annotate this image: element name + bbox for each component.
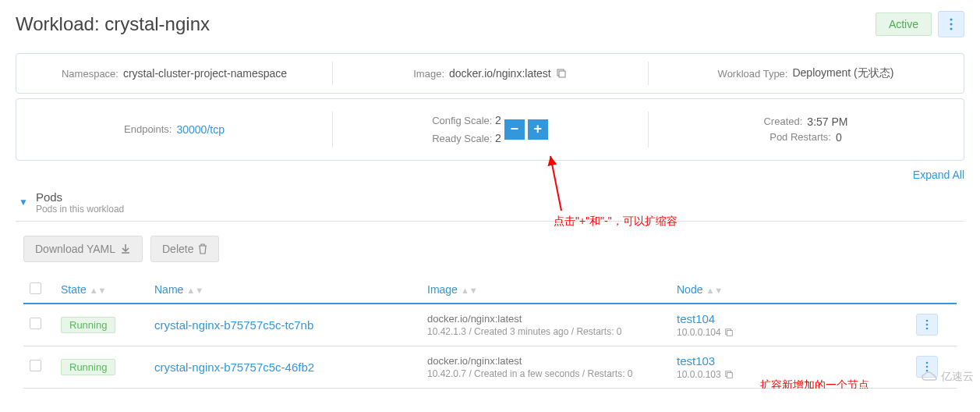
ready-scale-value: 2 [495,132,501,144]
svg-point-14 [926,370,929,372]
row-checkbox[interactable] [30,360,41,371]
workload-actions-menu[interactable] [938,11,964,37]
namespace-value: crystal-cluster-project-namespace [123,67,287,80]
copy-icon[interactable] [556,68,567,79]
delete-button[interactable]: Delete [150,236,219,262]
svg-point-2 [950,27,952,30]
endpoints-label: Endpoints: [124,123,172,135]
sort-icon: ▲▼ [186,288,203,293]
status-badge: Active [876,12,932,36]
restarts-label: Pod Restarts: [769,131,831,143]
svg-rect-4 [559,71,565,77]
workload-type-value: Deployment (无状态) [792,66,893,80]
state-badge: Running [61,359,115,375]
copy-icon[interactable] [724,328,734,337]
select-all-checkbox[interactable] [30,282,41,294]
svg-point-8 [926,324,929,326]
svg-rect-6 [727,330,732,336]
pods-title: Pods [36,190,124,204]
col-state[interactable]: State▲▼ [55,276,148,304]
config-scale-value: 2 [495,114,501,126]
col-image[interactable]: Image▲▼ [421,276,670,304]
namespace-label: Namespace: [62,68,119,80]
state-badge: Running [61,317,115,333]
image-value: docker.io/nginx:latest [449,67,551,80]
sort-icon: ▲▼ [461,288,478,293]
node-link[interactable]: test103 [677,354,904,368]
created-label: Created: [763,115,802,127]
svg-point-9 [926,328,929,330]
copy-icon[interactable] [724,370,734,379]
pods-section-header[interactable]: ▼ Pods Pods in this workload [16,184,964,222]
created-value: 3:57 PM [807,115,847,128]
collapse-icon[interactable]: ▼ [19,197,28,208]
download-icon [120,243,131,254]
expand-all-link[interactable]: Expand All [913,169,964,181]
svg-point-7 [926,320,929,322]
svg-point-1 [950,23,952,25]
node-ip: 10.0.0.104 [677,327,721,338]
node-link[interactable]: test104 [677,312,904,325]
info-panel-1: Namespace: crystal-cluster-project-names… [16,53,964,94]
pods-subtitle: Pods in this workload [36,204,124,215]
svg-point-12 [926,362,929,364]
pod-image-sub: 10.42.0.7 / Created in a few seconds / R… [427,368,664,379]
restarts-value: 0 [836,131,842,144]
workload-type-label: Workload Type: [718,68,788,80]
info-panel-2: Endpoints: 30000/tcp Config Scale: 2 Rea… [16,98,964,161]
sort-icon: ▲▼ [706,288,723,293]
image-label: Image: [413,68,444,80]
ready-scale-label: Ready Scale: [432,133,492,144]
row-actions-menu[interactable] [916,356,938,378]
pod-image: docker.io/nginx:latest [427,313,664,325]
row-actions-menu[interactable] [916,314,938,336]
scale-up-button[interactable]: + [528,119,548,140]
col-node[interactable]: Node▲▼ [670,276,910,304]
col-name[interactable]: Name▲▼ [148,276,421,304]
config-scale-label: Config Scale: [432,115,492,126]
scale-down-button[interactable]: − [504,119,525,140]
pod-image-sub: 10.42.1.3 / Created 3 minutes ago / Rest… [427,326,664,337]
row-checkbox[interactable] [30,318,41,329]
pod-image: docker.io/nginx:latest [427,355,664,367]
endpoints-link[interactable]: 30000/tcp [176,123,225,136]
trash-icon [198,243,207,254]
sort-icon: ▲▼ [90,288,107,293]
node-ip: 10.0.0.103 [677,369,721,380]
svg-rect-11 [727,372,732,378]
pod-name-link[interactable]: crystal-nginx-b75757c5c-46fb2 [154,360,314,374]
pod-name-link[interactable]: crystal-nginx-b75757c5c-tc7nb [154,318,313,332]
svg-point-13 [926,366,929,368]
table-row: Running crystal-nginx-b75757c5c-46fb2 do… [23,346,957,388]
page-title: Workload: crystal-nginx [16,13,210,35]
table-row: Running crystal-nginx-b75757c5c-tc7nb do… [23,304,957,346]
download-yaml-button[interactable]: Download YAML [23,236,143,262]
svg-point-0 [950,18,952,20]
